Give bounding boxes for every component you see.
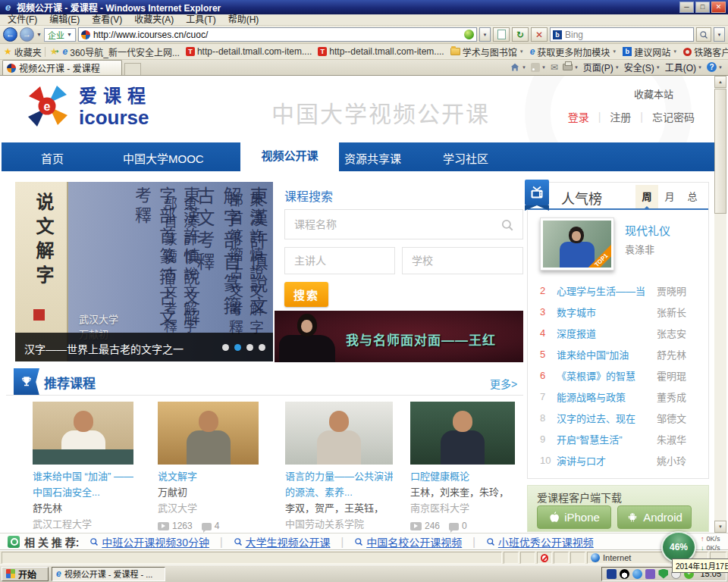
favorites-item[interactable]: http--detail.tmall.com-item.... (315, 46, 447, 57)
course-link[interactable]: 深度报道 (557, 326, 657, 340)
help-button[interactable] (707, 62, 723, 72)
menu-view[interactable]: 查看(V) (86, 14, 128, 25)
nav-home[interactable]: 首页 (41, 150, 64, 166)
menu-favorites[interactable]: 收藏夹(A) (128, 14, 180, 25)
slider-dot[interactable] (246, 344, 253, 351)
favorites-label[interactable]: 收藏夹 (14, 45, 42, 58)
history-dropdown-icon[interactable] (36, 32, 42, 37)
print-button[interactable] (563, 64, 579, 70)
ranking-tab-week[interactable]: 周 (635, 185, 658, 208)
course-title-link[interactable]: 说文解字 (158, 468, 259, 484)
favorites-item[interactable]: 建议网站 (620, 45, 680, 58)
safety-menu[interactable]: 安全(S) (624, 61, 661, 74)
tab-active[interactable]: 视频公开课 - 爱课程 (2, 60, 122, 75)
menu-edit[interactable]: 编辑(E) (43, 14, 86, 25)
slider-dot-active[interactable] (234, 344, 241, 351)
login-link[interactable]: 登录 (568, 109, 589, 124)
menu-tools[interactable]: 工具(T) (180, 14, 221, 25)
refresh-button[interactable] (512, 27, 529, 42)
add-favorite-icon[interactable] (50, 46, 58, 57)
register-link[interactable]: 注册 (610, 109, 631, 124)
minimize-button[interactable] (679, 2, 694, 13)
related-link[interactable]: 中国名校公开课视频 (354, 534, 462, 549)
nav-community[interactable]: 学习社区 (443, 150, 488, 166)
slider-caption[interactable]: 汉字——世界上最古老的文字之一 (24, 341, 184, 356)
school-input[interactable] (402, 247, 523, 274)
read-mail-button[interactable] (551, 62, 558, 73)
rank-top-thumbnail[interactable]: TOP1 (540, 217, 614, 271)
related-link[interactable]: 小班优秀公开课视频 (486, 534, 594, 549)
tray-icon-app[interactable] (607, 569, 617, 579)
slider-dot[interactable] (222, 344, 229, 351)
hero-slider[interactable]: 東漢許慎說文解字部首篆籀古文考釋 東漢許慎說文解字部首篆籀古文考釋 東漢許慎說文… (15, 182, 273, 361)
iphone-download-button[interactable]: iPhone (537, 505, 611, 529)
favorites-item[interactable]: 获取更多附加模块 (527, 45, 620, 58)
course-link[interactable]: 开启“智慧生活” (557, 432, 657, 446)
menu-file[interactable]: 文件(F) (2, 14, 43, 25)
close-button[interactable] (711, 2, 726, 13)
teacher-input[interactable] (284, 247, 395, 274)
related-link[interactable]: 中班公开课视频30分钟 (89, 534, 209, 549)
course-link[interactable]: 演讲与口才 (557, 453, 657, 468)
course-thumbnail[interactable] (410, 402, 515, 465)
favorites-item[interactable]: 360导航_新一代安全上网... (60, 45, 183, 58)
url-input[interactable] (93, 29, 461, 41)
favorites-item[interactable]: 铁路客户服务中心 (680, 45, 728, 58)
feeds-button[interactable] (531, 63, 546, 72)
course-thumbnail[interactable] (285, 402, 393, 465)
course-title-link[interactable]: 中国石油安全... (33, 484, 133, 500)
site-logo[interactable]: e 爱课程 icourse (24, 83, 152, 129)
new-tab-button[interactable] (124, 63, 141, 75)
feature-banner[interactable]: 我与名师面对面——王红 (275, 311, 523, 362)
collect-site-link[interactable]: 收藏本站 (634, 86, 673, 101)
course-name-input[interactable] (284, 209, 523, 239)
zone-selector[interactable]: 企业 (44, 28, 76, 42)
accelerator-icon[interactable] (464, 30, 474, 39)
url-dropdown-button[interactable] (479, 27, 491, 42)
related-link[interactable]: 大学生视频公开课 (234, 534, 331, 549)
forward-button[interactable] (20, 27, 34, 42)
tools-menu[interactable]: 工具(O) (665, 61, 702, 74)
menu-help[interactable]: 帮助(H) (222, 14, 265, 25)
rank-top-course-link[interactable]: 现代礼仪 (625, 222, 670, 238)
course-thumbnail[interactable] (158, 402, 259, 465)
tray-icon-app[interactable] (645, 569, 655, 579)
back-button[interactable] (3, 27, 17, 42)
tray-icon-network[interactable] (632, 569, 642, 579)
stop-button[interactable] (531, 27, 548, 42)
course-link[interactable]: 能源战略与政策 (557, 390, 657, 404)
more-link[interactable]: 更多> (490, 376, 517, 391)
course-link[interactable]: 心理学与生活——当 (557, 283, 657, 298)
tray-icon-qq[interactable] (620, 569, 629, 579)
course-title-link[interactable]: 谁来给中国 “加油” —— (33, 468, 133, 484)
scroll-up-button[interactable] (714, 76, 726, 88)
course-link[interactable]: 数字城市 (557, 305, 657, 319)
scrollbar-thumb[interactable] (714, 89, 726, 214)
nav-mooc[interactable]: 中国大学MOOC (123, 150, 204, 166)
course-title-link[interactable]: 语言的力量——公共演讲 (285, 468, 393, 484)
android-download-button[interactable]: Android (617, 505, 692, 529)
course-title-link[interactable]: 的源流、素养... (285, 484, 393, 500)
compatibility-view-button[interactable] (493, 27, 510, 42)
web-search-input[interactable] (565, 30, 691, 40)
favorites-folder[interactable]: 学术与图书馆 (447, 45, 527, 58)
favorites-item[interactable]: http--detail.tmall.com-item.... (183, 46, 315, 57)
taskbar-task-ie[interactable]: 视频公开课 - 爱课程 - ... (52, 567, 165, 581)
tray-icon-security-shield[interactable] (658, 569, 668, 579)
ranking-tab-total[interactable]: 总 (681, 185, 704, 208)
course-link[interactable]: 《菜根谭》的智慧 (557, 368, 657, 383)
course-thumbnail[interactable] (33, 402, 133, 465)
scroll-down-button[interactable] (714, 521, 726, 533)
home-button[interactable] (510, 62, 526, 73)
web-search-button[interactable] (696, 27, 711, 42)
page-menu[interactable]: 页面(P) (583, 61, 620, 74)
nav-open-video-active[interactable]: 视频公开课 (240, 139, 339, 171)
course-title-link[interactable]: 口腔健康概论 (410, 468, 515, 484)
nav-shared-resources[interactable]: 资源共享课 (344, 150, 401, 166)
slider-dot[interactable] (259, 344, 265, 351)
forgot-password-link[interactable]: 忘记密码 (652, 109, 695, 124)
ranking-tab-month[interactable]: 月 (658, 185, 681, 208)
course-link[interactable]: 谁来给中国“加油 (557, 347, 657, 361)
maximize-button[interactable] (695, 2, 710, 13)
vertical-scrollbar[interactable] (714, 76, 726, 533)
